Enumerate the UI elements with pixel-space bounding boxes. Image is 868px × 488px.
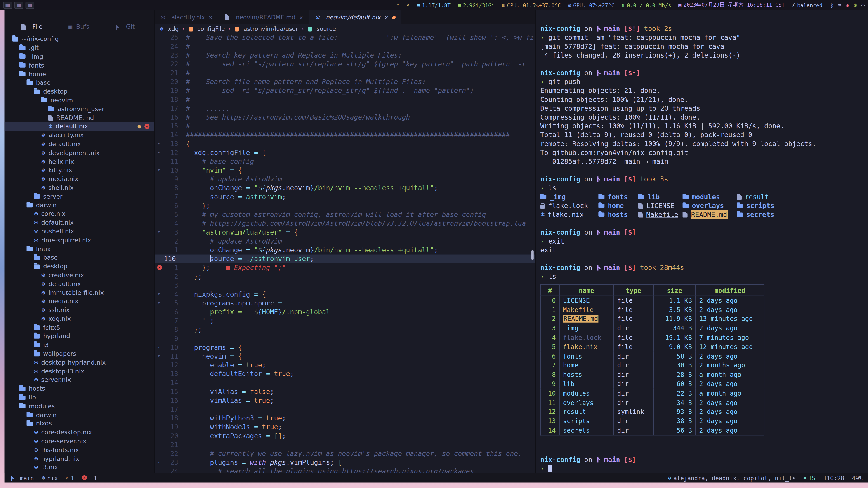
tree-item[interactable]: ~/nix-config [4, 35, 154, 43]
tree-item[interactable]: ❄default.nix [4, 140, 154, 149]
terminal-pane[interactable]: nix-config on main [$!] took 2s› git com… [536, 10, 868, 473]
tree-item[interactable]: ❄immutable-file.nix [4, 288, 154, 297]
tree-item[interactable]: ❄kitty.nix [4, 166, 154, 175]
tree-item[interactable]: ❄core.nix [4, 210, 154, 219]
tree-item[interactable]: hosts [4, 385, 154, 393]
keyboard-icon[interactable]: ⌨ [838, 2, 841, 8]
tree-item[interactable]: ❄rime-squirrel.nix [4, 236, 154, 245]
tree-item[interactable]: wallpapers [4, 350, 154, 358]
code-line[interactable]: 17 [155, 405, 535, 414]
tree-item[interactable]: i3 [4, 341, 154, 350]
code-line[interactable]: 110 source = ./astronvim_user; [155, 255, 535, 263]
tree-item[interactable]: base [4, 253, 154, 262]
code-line[interactable]: 16 vimAlias = true; [155, 396, 535, 405]
code-line[interactable]: 14######################################… [155, 131, 535, 139]
code-line[interactable]: 11 # base config [155, 157, 535, 166]
code-line[interactable]: 20 extraPackages = []; [155, 431, 535, 440]
code-line[interactable]: 19 withNodeJs = true; [155, 423, 535, 431]
code-line[interactable]: 17# ...... [155, 104, 535, 113]
code-line[interactable]: 7 source = astronvim; [155, 193, 535, 201]
code-line[interactable]: 15 viAlias = false; [155, 387, 535, 396]
tree-item[interactable]: ❄default.nix [4, 280, 154, 288]
code-line[interactable]: 25# Save the selected text to a file: ':… [155, 33, 535, 42]
code-line[interactable]: 3 [155, 281, 535, 290]
tree-item[interactable]: ❄nushell.nix [4, 227, 154, 236]
code-line[interactable]: 2 # update AstroNvim [155, 237, 535, 246]
tree-item[interactable]: ❄desktop-i3.nix [4, 367, 154, 376]
tree-item[interactable]: linux [4, 245, 154, 254]
code-line[interactable]: ▾3 "astronvim/lua/user" = { [155, 228, 535, 237]
bluetooth-icon[interactable]: ᛒ [830, 2, 834, 8]
tree-item[interactable]: ❄core-desktop.nix [4, 428, 154, 437]
tree-item[interactable]: base [4, 78, 154, 88]
tree-item[interactable]: ❄development.nix [4, 149, 154, 157]
code-line[interactable]: 16# See https://astronvim.com/Basic%20Us… [155, 113, 535, 122]
tree-item[interactable]: fonts [4, 61, 154, 70]
code-line[interactable]: 18# [155, 95, 535, 104]
tree-item[interactable]: darwin [4, 201, 154, 210]
breadcrumb-item[interactable]: source [308, 26, 336, 32]
code-line[interactable]: 21 [155, 440, 535, 449]
tree-item[interactable]: nixos [4, 419, 154, 428]
breadcrumb-item[interactable]: ❄xdg [159, 26, 179, 32]
code-line[interactable]: 22 # currently we use lazy.nvim as neovi… [155, 449, 535, 458]
code-line[interactable]: ▾12 xdg.configFile = { [155, 148, 535, 157]
close-icon[interactable]: × [383, 14, 388, 20]
code-line[interactable]: 8 }; [155, 325, 535, 334]
code-line[interactable]: 1 onChange = "${pkgs.neovim}/bin/nvim --… [155, 246, 535, 254]
code-line[interactable]: ▾10 "nvim" = { [155, 166, 535, 175]
window-button[interactable] [26, 1, 34, 8]
tree-item[interactable]: desktop [4, 262, 154, 271]
tree-item[interactable]: ❄media.nix [4, 175, 154, 184]
buffer-tab[interactable]: ❄alacritty.nix× [155, 10, 219, 24]
tree-item[interactable]: ❄media.nix [4, 297, 154, 306]
code-line[interactable]: 9 # update AstroNvim [155, 175, 535, 184]
tree-item[interactable]: _img [4, 53, 154, 61]
code-line[interactable]: 21# [155, 69, 535, 77]
tree-item[interactable]: ❄helix.nix [4, 157, 154, 166]
tree-item[interactable]: neovim [4, 96, 154, 105]
tree-tab-bufs[interactable]: ▣Bufs [68, 23, 90, 31]
tree-item[interactable]: hyprland [4, 332, 154, 341]
tree-item[interactable]: darwin [4, 411, 154, 420]
code-line[interactable]: ×1 }; ■ Expecting ";" [155, 263, 535, 272]
tree-item[interactable]: ❄hyprland.nix [4, 454, 154, 463]
window-button[interactable] [14, 1, 23, 8]
tree-item[interactable]: ❄default.nix●× [4, 122, 154, 131]
code-line[interactable]: 13 defaultEditor = true; [155, 369, 535, 379]
code-line[interactable]: 9 [155, 334, 535, 343]
code-line[interactable]: 8 onChange = "${pkgs.neovim}/bin/nvim --… [155, 184, 535, 193]
tree-item[interactable]: ❄ssh.nix [4, 306, 154, 315]
code-line[interactable]: 5 # my cusotom astronvim config, astronv… [155, 210, 535, 219]
close-icon[interactable]: × [208, 14, 213, 20]
tree-item[interactable]: ❄xdg.nix [4, 315, 154, 323]
tree-item[interactable]: modules [4, 402, 154, 411]
tree-item[interactable]: ❄fhs-fonts.nix [4, 446, 154, 455]
breadcrumb-item[interactable]: configFile [188, 26, 225, 32]
buffer-tab[interactable]: ❄neovim/default.nix×● [309, 10, 401, 24]
code-line[interactable]: 14 [155, 379, 535, 387]
code-line[interactable]: ▾11 neovim = { [155, 352, 535, 361]
code-line[interactable]: 23# Search key pattern and Replace in Mu… [155, 51, 535, 60]
code-area[interactable]: 25# Save the selected text to a file: ':… [155, 33, 535, 473]
tree-item[interactable]: ❄shell.nix [4, 184, 154, 192]
applet-icon[interactable]: ❄ [854, 2, 857, 8]
code-line[interactable]: 15# [155, 122, 535, 131]
code-line[interactable]: ▾5 programs.npm.npmrc = '' [155, 299, 535, 307]
tree-item[interactable]: astronvim_user [4, 105, 154, 113]
code-line[interactable]: 22# sed -ri "s/pattern_str/replace_str/g… [155, 60, 535, 68]
code-line[interactable]: 2 }; [155, 272, 535, 281]
close-icon[interactable]: × [299, 14, 304, 20]
code-line[interactable]: 24# [155, 42, 535, 51]
code-line[interactable]: 12 enable = true; [155, 361, 535, 369]
code-line[interactable]: ▾13{ [155, 139, 535, 148]
mute-icon[interactable]: ◉ [846, 2, 849, 8]
tray-menu-icon[interactable]: ◌ [862, 2, 865, 8]
code-line[interactable]: 6 }; [155, 201, 535, 210]
code-line[interactable]: 6 prefix = ''${HOME}/.npm-global [155, 308, 535, 317]
buffer-tab[interactable]: neovim/README.md× [219, 10, 309, 24]
code-line[interactable]: 4 # https://github.com/AstroNvim/AstroNv… [155, 219, 535, 228]
code-line[interactable]: 7 ''; [155, 317, 535, 325]
tree-item[interactable]: ❄desktop-hyprland.nix [4, 358, 154, 367]
code-line[interactable]: ▾4 nixpkgs.config = { [155, 290, 535, 299]
